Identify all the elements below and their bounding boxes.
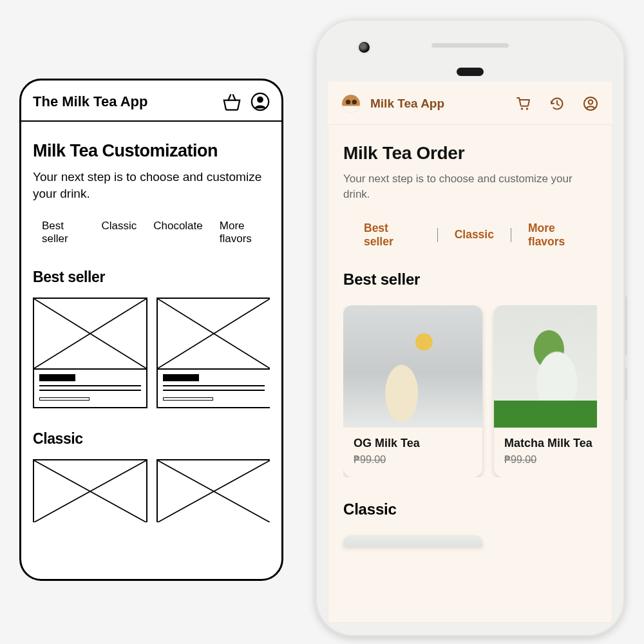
hifi-screen: Milk Tea App Mil bbox=[328, 82, 612, 623]
svg-point-16 bbox=[352, 100, 357, 104]
hifi-best-seller-row[interactable]: OG Milk Tea ₱99.00 Matcha Milk Tea ₱99.0… bbox=[343, 305, 597, 477]
tab-separator bbox=[511, 228, 511, 242]
tab-separator bbox=[437, 228, 438, 242]
product-card-og-milk-tea[interactable]: OG Milk Tea ₱99.00 bbox=[343, 305, 482, 477]
app-logo-icon[interactable] bbox=[342, 95, 360, 113]
hifi-section-best-seller-title: Best seller bbox=[343, 270, 597, 289]
wireframe-product-card[interactable] bbox=[33, 298, 147, 408]
image-placeholder-icon bbox=[34, 460, 146, 522]
wireframe-tab-bar: Best seller Classic Chocolate More flavo… bbox=[33, 220, 270, 245]
basket-icon[interactable] bbox=[222, 93, 242, 111]
hifi-tab-classic[interactable]: Classic bbox=[452, 228, 497, 242]
wireframe-product-card[interactable] bbox=[156, 459, 270, 522]
svg-point-20 bbox=[589, 100, 593, 104]
wireframe-product-card[interactable] bbox=[33, 459, 147, 522]
wireframe-tab-best-seller[interactable]: Best seller bbox=[42, 220, 84, 245]
product-card-peek[interactable] bbox=[343, 535, 482, 547]
image-placeholder-icon bbox=[158, 299, 270, 370]
wireframe-classic-row[interactable] bbox=[33, 459, 270, 522]
hifi-section-classic-title: Classic bbox=[343, 500, 597, 518]
image-placeholder-icon bbox=[34, 299, 146, 370]
wireframe-best-seller-row[interactable] bbox=[33, 298, 270, 408]
hifi-tab-more-flavors[interactable]: More flavors bbox=[526, 222, 597, 249]
front-camera-icon bbox=[359, 42, 370, 53]
wireframe-product-card[interactable] bbox=[156, 298, 270, 408]
product-price: ₱99.00 bbox=[354, 453, 472, 466]
wireframe-tab-more-flavors[interactable]: More flavors bbox=[220, 220, 270, 245]
hifi-app-bar: Milk Tea App bbox=[328, 82, 612, 125]
hifi-page-title: Milk Tea Order bbox=[343, 143, 597, 164]
product-image bbox=[343, 305, 482, 428]
svg-point-18 bbox=[526, 108, 528, 109]
wireframe-page-title: Milk Tea Customization bbox=[33, 141, 270, 161]
product-name: Matcha Milk Tea bbox=[504, 437, 597, 450]
wireframe-subtitle: Your next step is to choose and customiz… bbox=[33, 169, 270, 202]
wireframe-section-best-seller-title: Best seller bbox=[33, 269, 270, 286]
hifi-brand: Milk Tea App bbox=[370, 97, 516, 111]
wireframe-tab-chocolate[interactable]: Chocolate bbox=[153, 220, 203, 245]
product-name: OG Milk Tea bbox=[354, 437, 472, 450]
hifi-tab-best-seller[interactable]: Best seller bbox=[361, 222, 423, 249]
wireframe-app-bar: The Milk Tea App bbox=[21, 80, 281, 122]
wireframe-section-classic-title: Classic bbox=[33, 430, 270, 448]
svg-point-15 bbox=[346, 100, 350, 104]
svg-point-17 bbox=[521, 108, 523, 109]
wireframe-app-title: The Milk Tea App bbox=[33, 93, 147, 110]
cart-icon[interactable] bbox=[516, 96, 531, 111]
history-icon[interactable] bbox=[549, 96, 565, 111]
speaker-grille-icon bbox=[431, 43, 509, 48]
wireframe-phone: The Milk Tea App Milk Tea Customization … bbox=[19, 79, 283, 581]
sensor-pill-icon bbox=[457, 68, 484, 76]
image-placeholder-icon bbox=[158, 460, 270, 522]
phone-hardware-notch bbox=[328, 32, 612, 82]
product-card-matcha-milk-tea[interactable]: Matcha Milk Tea ₱99.00 bbox=[494, 305, 597, 477]
wireframe-tab-classic[interactable]: Classic bbox=[101, 220, 137, 245]
hifi-subtitle: Your next step is to choose and customiz… bbox=[343, 171, 597, 202]
hifi-phone-frame: Milk Tea App Mil bbox=[316, 19, 625, 636]
product-price: ₱99.00 bbox=[504, 453, 597, 466]
account-icon[interactable] bbox=[583, 96, 598, 111]
profile-icon[interactable] bbox=[251, 92, 270, 111]
svg-point-1 bbox=[257, 97, 263, 103]
product-image bbox=[494, 305, 597, 428]
hifi-tab-bar: Best seller Classic More flavors bbox=[343, 222, 597, 249]
